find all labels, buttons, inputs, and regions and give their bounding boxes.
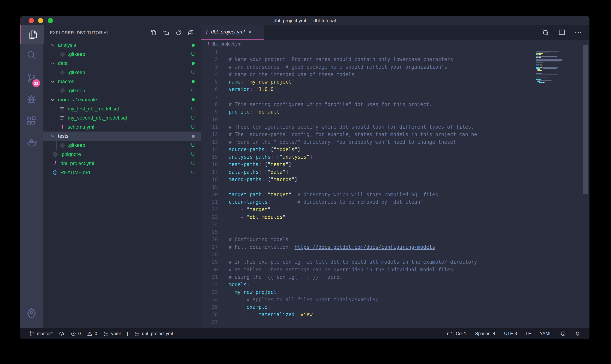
more-actions-icon[interactable]: ··· xyxy=(575,29,583,36)
code-line-5[interactable]: 5name: 'my_new_project' xyxy=(201,78,589,86)
code-line-17[interactable]: 17data-paths: ["data"] xyxy=(201,168,589,176)
status-bell[interactable] xyxy=(575,331,580,337)
activity-explorer-icon[interactable] xyxy=(20,25,44,44)
code-line-4[interactable]: 4# name or the intended use of these mod… xyxy=(201,71,589,78)
code-line-34[interactable]: 34 # Applies to all files under models/e… xyxy=(201,296,589,303)
line-number: 3 xyxy=(201,63,229,71)
breadcrumb-item-filename[interactable]: dbt_project.yml xyxy=(211,41,242,47)
tree-item--gitkeep[interactable]: .gitkeepU xyxy=(43,50,201,59)
code-line-9[interactable]: 9profile: 'default' xyxy=(201,108,589,116)
split-editor-icon[interactable] xyxy=(558,29,565,36)
code-line-1[interactable]: 1 xyxy=(201,48,589,56)
line-number: 7 xyxy=(201,93,229,101)
tree-item-label: macros xyxy=(58,78,74,84)
code-line-13[interactable]: 13# found in the "models/" directory. Yo… xyxy=(201,138,589,146)
code-line-24[interactable]: 24 xyxy=(201,221,589,228)
code-line-12[interactable]: 12# The `source-paths` config, for examp… xyxy=(201,131,589,138)
status-spaces-4[interactable]: Spaces: 4 xyxy=(475,331,495,336)
refresh-icon[interactable] xyxy=(175,30,181,36)
status-tasklist[interactable]: yaml xyxy=(103,331,121,337)
new-file-icon[interactable] xyxy=(150,30,157,36)
status-ln-1-col-1[interactable]: Ln 1, Col 1 xyxy=(444,331,466,336)
code-line-8[interactable]: 8# This setting configures which "profil… xyxy=(201,101,589,108)
status-tasklist[interactable]: dbt_project.yml xyxy=(134,331,173,337)
editor-scrollbar[interactable] xyxy=(583,45,588,195)
code-line-18[interactable]: 18macro-paths: ["macros"] xyxy=(201,176,589,183)
code-line-11[interactable]: 11# These configurations specify where d… xyxy=(201,123,589,131)
tree-item-models-example[interactable]: models / example xyxy=(43,95,201,104)
code-line-2[interactable]: 2# Name your project! Project names shou… xyxy=(201,56,589,63)
code-line-29[interactable]: 29# In this example config, we tell dbt … xyxy=(201,258,589,266)
code-line-19[interactable]: 19 xyxy=(201,183,589,191)
code-line-26[interactable]: 26# Configuring models xyxy=(201,236,589,243)
code-line-36[interactable]: 36 materialized: view xyxy=(201,311,589,318)
code-line-7[interactable]: 7 xyxy=(201,93,589,101)
untracked-badge: U xyxy=(191,169,195,175)
status-warning-triangle[interactable]: 0 xyxy=(87,331,97,337)
close-tab-icon[interactable]: × xyxy=(248,29,251,35)
tree-item-label: my_second_dbt_model.sql xyxy=(68,115,127,121)
activity-settings-gear-icon[interactable] xyxy=(20,303,43,322)
status-smiley[interactable] xyxy=(560,331,566,337)
line-number: 24 xyxy=(201,221,229,228)
code-line-6[interactable]: 6version: '1.0.0' xyxy=(201,86,589,93)
tree-item--gitkeep[interactable]: .gitkeepU xyxy=(43,141,201,150)
code-line-33[interactable]: 33 my_new_project: xyxy=(201,288,589,296)
explorer-sidebar: EXPLORER: DBT-TUTORIAL analysis.gitkeepU… xyxy=(43,25,201,328)
code-line-30[interactable]: 30# as tables. These settings can be ove… xyxy=(201,266,589,273)
tree-item-my-second-dbt-model-sql[interactable]: my_second_dbt_model.sqlU xyxy=(43,113,201,122)
status-cloud-upload[interactable] xyxy=(59,331,64,337)
breadcrumb[interactable]: ! dbt_project.yml xyxy=(201,40,589,48)
git-file-icon xyxy=(59,51,65,57)
status-error-circle[interactable]: 0 xyxy=(71,331,81,337)
activity-debug-icon[interactable] xyxy=(20,89,43,108)
code-line-16[interactable]: 16test-paths: ["tests"] xyxy=(201,161,589,168)
tree-item-tests[interactable]: tests xyxy=(43,131,201,141)
code-line-10[interactable]: 10 xyxy=(201,116,589,123)
activity-source-control-icon[interactable]: 11 xyxy=(20,68,43,88)
code-line-3[interactable]: 3# and underscores. A good package name … xyxy=(201,63,589,71)
tree-item--gitkeep[interactable]: .gitkeepU xyxy=(43,86,201,95)
code-line-28[interactable]: 28 xyxy=(201,251,589,258)
code-line-21[interactable]: 21clean-targets: # directories to be rem… xyxy=(201,198,589,206)
status-yaml[interactable]: YAML xyxy=(540,331,552,336)
code-line-23[interactable]: 23 - "dbt_modules" xyxy=(201,213,589,221)
activity-docker-icon[interactable] xyxy=(20,133,43,152)
code-line-32[interactable]: 32models: xyxy=(201,281,589,288)
changes-dot-badge xyxy=(192,78,195,84)
line-number: 14 xyxy=(201,146,229,153)
code-line-25[interactable]: 25 xyxy=(201,228,589,236)
code-line-35[interactable]: 35 example: xyxy=(201,303,589,311)
status-git-branch[interactable]: master* xyxy=(29,331,53,337)
tree-item-analysis[interactable]: analysis xyxy=(43,40,201,50)
line-number: 31 xyxy=(201,273,229,281)
code-line-20[interactable]: 20target-path: "target" # directory whic… xyxy=(201,191,589,198)
tree-item-dbt-project-yml[interactable]: !dbt_project.ymlU xyxy=(43,159,201,168)
indent-guide xyxy=(253,311,253,318)
tree-item--gitkeep[interactable]: .gitkeepU xyxy=(43,68,201,77)
tree-item-readme-md[interactable]: README.mdU xyxy=(43,168,201,177)
tree-item-schema-yml[interactable]: !schema.ymlU xyxy=(43,122,201,131)
tree-item--gitignore[interactable]: .gitignoreU xyxy=(43,150,201,159)
tree-item-data[interactable]: data xyxy=(43,59,201,68)
code-line-15[interactable]: 15analysis-paths: ["analysis"] xyxy=(201,153,589,161)
chevron-down-icon xyxy=(50,97,56,103)
open-changes-icon[interactable] xyxy=(542,29,549,36)
code-line-14[interactable]: 14source-paths: ["models"] xyxy=(201,146,589,153)
code-line-22[interactable]: 22 - "target" xyxy=(201,206,589,213)
activity-extensions-icon[interactable] xyxy=(20,111,43,130)
code-line-31[interactable]: 31# using the `{{ config(...) }}` macro. xyxy=(201,273,589,281)
code-editor[interactable]: 12# Name your project! Project names sho… xyxy=(201,48,589,328)
collapse-folders-icon[interactable] xyxy=(188,30,194,36)
tree-item-label: analysis xyxy=(58,42,76,48)
tab-dbt-project-yml[interactable]: ! dbt_project.yml × xyxy=(201,25,264,40)
status-utf-8[interactable]: UTF-8 xyxy=(504,331,517,336)
status-lf[interactable]: LF xyxy=(526,331,531,336)
tree-item-my-first-dbt-model-sql[interactable]: my_first_dbt_model.sqlU xyxy=(43,104,201,113)
tree-item-macros[interactable]: macros xyxy=(43,77,201,86)
activity-search-icon[interactable] xyxy=(20,46,43,65)
code-line-37[interactable]: 37 xyxy=(201,318,589,326)
new-folder-icon[interactable] xyxy=(163,30,169,36)
code-line-27[interactable]: 27# Full documentation: https://docs.get… xyxy=(201,243,589,251)
minimap[interactable] xyxy=(536,50,575,84)
